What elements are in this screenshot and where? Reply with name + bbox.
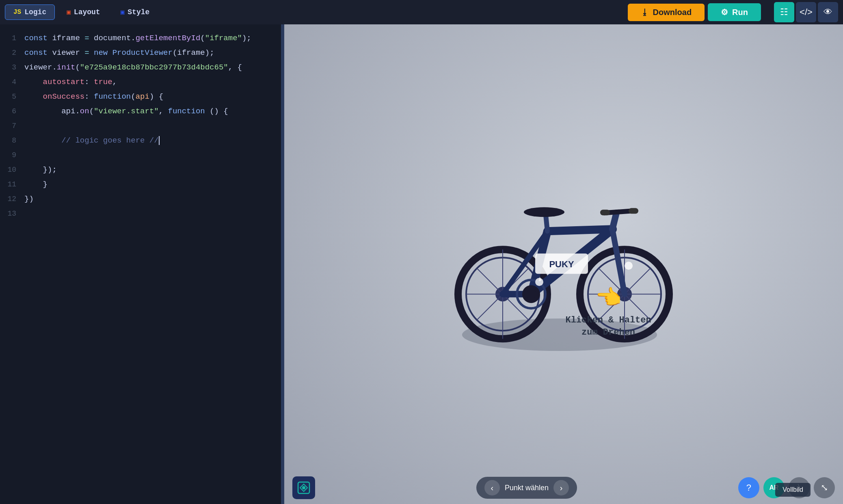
svg-line-28 — [612, 229, 625, 294]
svg-line-36 — [546, 215, 547, 231]
table-row: 12 }) — [0, 192, 284, 206]
download-label: Download — [653, 8, 692, 17]
svg-line-32 — [612, 213, 616, 229]
svg-line-25 — [547, 229, 612, 231]
line-number: 3 — [0, 60, 24, 75]
code-content[interactable]: viewer.init("e725a9e18cb87bbc2977b73d4bd… — [24, 60, 242, 75]
svg-point-43 — [302, 486, 305, 489]
tab-layout[interactable]: ▣ Layout — [58, 4, 108, 20]
grid-view-button[interactable]: ☷ — [774, 2, 794, 22]
code-content[interactable]: }) — [24, 192, 34, 206]
code-content[interactable]: // logic goes here // — [24, 133, 160, 148]
line-number: 11 — [0, 177, 24, 192]
table-row: 1 const iframe = document.getElementById… — [0, 31, 284, 45]
help-button[interactable]: ? — [738, 477, 759, 498]
tab-layout-label: Layout — [74, 8, 100, 16]
grid-icon: ☷ — [780, 7, 788, 17]
tab-style-label: Style — [128, 8, 149, 16]
logo-icon — [296, 480, 311, 495]
line-number: 8 — [0, 133, 24, 148]
cursor-icon: 👈 — [595, 285, 622, 311]
vollbild-button[interactable]: Vollbild — [775, 483, 811, 497]
svg-point-37 — [524, 207, 564, 217]
svg-point-41 — [625, 262, 633, 270]
svg-rect-35 — [629, 208, 638, 214]
svg-rect-34 — [600, 210, 610, 215]
top-navigation: JS Logic ▣ Layout ▣ Style ⭳ Download ⚙ R… — [0, 0, 843, 24]
table-row: 5 onSuccess: function(api) { — [0, 89, 284, 104]
line-number: 12 — [0, 192, 24, 206]
preview-panel: PUKY — [284, 24, 843, 504]
line-number: 13 — [0, 206, 24, 221]
code-content[interactable]: autostart: true, — [24, 75, 117, 89]
code-content[interactable]: api.on("viewer.start", function () { — [24, 104, 228, 119]
table-row: 4 autostart: true, — [0, 75, 284, 89]
table-row: 3 viewer.init("e725a9e18cb87bbc2977b73d4… — [0, 60, 284, 75]
svg-line-8 — [477, 268, 503, 294]
table-row: 7 — [0, 119, 284, 133]
view-controls: ☷ </> 👁 — [774, 2, 838, 22]
table-row: 6 api.on("viewer.start", function () { — [0, 104, 284, 119]
editor-scrollbar[interactable] — [281, 24, 284, 504]
tooltip-line1: Klicken & Halten — [565, 314, 651, 327]
main-area: 1 const iframe = document.getElementById… — [0, 24, 843, 504]
prev-point-button[interactable]: ‹ — [484, 480, 500, 495]
table-row: 9 — [0, 148, 284, 162]
line-number: 2 — [0, 45, 24, 60]
code-content[interactable]: } — [24, 177, 48, 192]
tooltip-text: Klicken & Halten zum Drehen — [565, 314, 651, 340]
code-lines[interactable]: 1 const iframe = document.getElementById… — [0, 24, 284, 227]
fullscreen-expand-button[interactable]: ⤡ — [814, 477, 835, 498]
html-icon: ▣ — [67, 8, 71, 16]
run-label: Run — [732, 8, 748, 17]
code-content[interactable]: const viewer = new ProductViewer(iframe)… — [24, 45, 214, 60]
point-navigation: ‹ Punkt wählen › — [476, 477, 577, 499]
table-row: 11 } — [0, 177, 284, 192]
nav-label: Punkt wählen — [505, 484, 549, 492]
table-row: 10 }); — [0, 162, 284, 177]
download-button[interactable]: ⭳ Download — [628, 4, 705, 21]
code-view-button[interactable]: </> — [796, 2, 816, 22]
line-number: 5 — [0, 89, 24, 104]
next-point-button[interactable]: › — [553, 480, 569, 495]
question-icon: ? — [746, 482, 751, 493]
line-number: 9 — [0, 148, 24, 162]
line-number: 7 — [0, 119, 24, 133]
table-row: 13 — [0, 206, 284, 221]
run-icon: ⚙ — [721, 7, 728, 17]
eye-icon: 👁 — [824, 7, 832, 17]
preview-bottom-bar: ‹ Punkt wählen › ? AR 〉 ⤡ — [284, 472, 843, 504]
tab-logic[interactable]: JS Logic — [5, 4, 55, 20]
code-editor: 1 const iframe = document.getElementById… — [0, 24, 284, 504]
svg-point-39 — [526, 289, 536, 299]
table-row: 2 const viewer = new ProductViewer(ifram… — [0, 45, 284, 60]
brand-logo — [292, 476, 315, 499]
table-row: 8 // logic goes here // — [0, 133, 284, 148]
line-number: 10 — [0, 162, 24, 177]
code-content[interactable]: const iframe = document.getElementById("… — [24, 31, 251, 45]
line-number: 1 — [0, 31, 24, 45]
expand-icon: ⤡ — [821, 482, 828, 493]
tab-logic-label: Logic — [24, 8, 46, 16]
preview-view-button[interactable]: 👁 — [818, 2, 838, 22]
css-icon: ▣ — [121, 8, 125, 16]
line-number: 4 — [0, 75, 24, 89]
code-content[interactable]: onSuccess: function(api) { — [24, 89, 163, 104]
svg-line-10 — [477, 294, 503, 320]
svg-text:PUKY: PUKY — [549, 259, 574, 269]
svg-point-40 — [535, 278, 543, 286]
download-icon: ⭳ — [641, 8, 649, 17]
tooltip-line2: zum Drehen — [565, 327, 651, 340]
tab-style[interactable]: ▣ Style — [112, 4, 158, 20]
run-button[interactable]: ⚙ Run — [708, 3, 761, 21]
vollbild-label: Vollbild — [782, 486, 803, 493]
tooltip-overlay: 👈 Klicken & Halten zum Drehen — [565, 285, 651, 340]
code-content[interactable]: }); — [24, 162, 57, 177]
js-icon: JS — [13, 9, 21, 16]
code-icon: </> — [800, 7, 813, 17]
line-number: 6 — [0, 104, 24, 119]
